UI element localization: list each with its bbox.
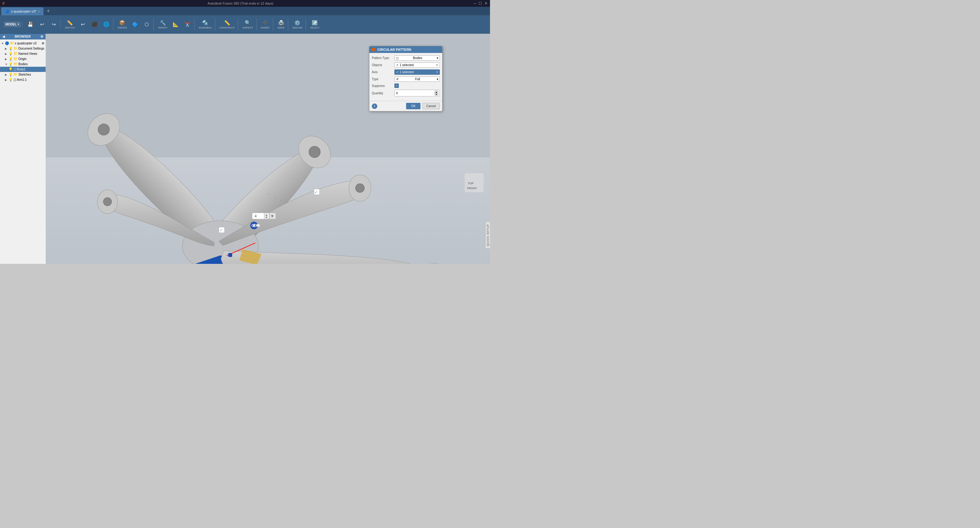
- tab-icon: 🔵: [5, 10, 9, 13]
- create-icon: 📦: [119, 20, 125, 26]
- sketch-create-button[interactable]: ✏️ SKETCH: [63, 19, 76, 30]
- viewport[interactable]: ✓ ✓ 4 ▲ ▼ ▼: [46, 34, 490, 264]
- insert-button[interactable]: ➕ INSERT: [259, 19, 272, 30]
- tree-origin[interactable]: ▶ 💡 📁 Origin: [0, 56, 46, 62]
- ok-button[interactable]: OK: [406, 103, 420, 109]
- quick-setup-label: QUICK SETUP: [486, 223, 489, 247]
- quantity-up-button[interactable]: ▲: [434, 90, 438, 93]
- close-button[interactable]: ✕: [485, 1, 488, 5]
- views-expand-icon[interactable]: ▶: [5, 52, 8, 55]
- toolbar-group-modify: 🔧 MODIFY 📐 ✂️: [155, 19, 194, 30]
- undo-button[interactable]: ↩: [37, 20, 48, 29]
- sketch-tool1[interactable]: ⬛: [89, 20, 100, 29]
- quantity-down-button[interactable]: ▼: [434, 93, 438, 95]
- assemble-icon: 🔩: [202, 20, 208, 26]
- tree-doc-settings[interactable]: ▶ 💡 📁 Document Settings: [0, 46, 46, 51]
- create-button[interactable]: 📦 CREATE: [116, 19, 129, 30]
- cancel-button[interactable]: Cancel: [422, 103, 440, 109]
- browser-settings-icon[interactable]: ⚙: [40, 35, 43, 38]
- modify-tool2[interactable]: ✂️: [182, 20, 193, 29]
- sketches-expand-icon[interactable]: ▶: [5, 73, 8, 76]
- modify-icon: 🔧: [160, 20, 166, 26]
- modify-button[interactable]: 🔧 MODIFY: [156, 19, 169, 30]
- tab-bar: 🔵 x quadcopter v3* × +: [0, 7, 490, 15]
- tree-root[interactable]: ▼ 🔵 📁 x quadcopter v3 ⚙: [0, 41, 46, 46]
- axis-input[interactable]: ↗ 1 selected ✕: [395, 70, 440, 75]
- circular-pattern-dialog: CIRCULAR PATTERN Pattern Type ◻ Bodies ▾…: [369, 46, 442, 111]
- pattern-type-value: Bodies: [413, 56, 422, 60]
- objects-clear-button[interactable]: ✕: [436, 63, 438, 67]
- construct-label: CONSTRUCT: [220, 26, 235, 29]
- body1-light-icon: 💡: [9, 67, 13, 71]
- create-tool1[interactable]: 🔷: [130, 20, 140, 29]
- save-button[interactable]: 💾: [25, 20, 36, 29]
- sketch-tool2[interactable]: 🌐: [101, 20, 112, 29]
- suppress-checkbox[interactable]: ✓: [395, 84, 399, 88]
- tree-bodies[interactable]: ▼ 💡 📁 Bodies: [0, 62, 46, 67]
- doc-expand-icon[interactable]: ▶: [5, 47, 8, 50]
- create-tool2[interactable]: ⬡: [141, 20, 152, 29]
- add-tab-button[interactable]: +: [44, 8, 52, 14]
- toolbar-group-insert: ➕ INSERT: [258, 19, 273, 30]
- suppress-row: Suppress ✓: [372, 84, 440, 88]
- tree-sketches[interactable]: ▶ 💡 📁 Sketches: [0, 72, 46, 77]
- svg-text:✓: ✓: [257, 225, 259, 227]
- undo-icon: ↩: [40, 21, 44, 27]
- active-tab[interactable]: 🔵 x quadcopter v3* ×: [1, 7, 43, 15]
- redo-button[interactable]: ↪: [48, 20, 59, 29]
- make-button[interactable]: 🖨️ MAKE: [275, 19, 286, 30]
- bodies-expand-icon[interactable]: ▼: [5, 63, 8, 66]
- arm1-expand-icon[interactable]: ▶: [5, 78, 8, 81]
- pattern-type-select[interactable]: ◻ Bodies ▾: [395, 55, 440, 60]
- browser-collapse-icon[interactable]: ◀: [2, 35, 5, 38]
- root-settings-icon[interactable]: ⚙: [41, 42, 45, 45]
- tab-label: x quadcopter v3*: [11, 10, 37, 13]
- svg-point-35: [253, 225, 255, 227]
- svg-text:FRONT: FRONT: [467, 187, 477, 190]
- restore-button[interactable]: ☐: [479, 1, 482, 5]
- modify-tool1[interactable]: 📐: [170, 20, 181, 29]
- addins-button[interactable]: ⚙️ ADD-INS: [291, 19, 304, 30]
- named-views-label: Named Views: [18, 52, 45, 55]
- svg-text:↑: ↑: [280, 199, 282, 202]
- origin-light-icon: 💡: [9, 57, 13, 61]
- quantity-spinners: ▲ ▼: [434, 90, 438, 95]
- root-expand-icon[interactable]: ▼: [1, 42, 4, 45]
- insert-icon: ➕: [262, 20, 268, 26]
- quick-setup-panel[interactable]: QUICK SETUP: [485, 221, 490, 249]
- type-select[interactable]: ↺ Full ▾: [395, 76, 440, 82]
- construct-button[interactable]: 📏 CONSTRUCT: [218, 19, 237, 30]
- toolbar-group-inspect: 🔍 INSPECT: [240, 19, 257, 30]
- model-dropdown[interactable]: MODEL ▾: [4, 21, 21, 27]
- views-folder-icon: 📁: [13, 52, 18, 56]
- arm1-icon: ◻: [13, 78, 16, 82]
- type-row: Type ↺ Full ▾: [372, 76, 440, 82]
- main-layout: ◀ BROWSER ⚙ ▼ 🔵 📁 x quadcopter v3 ⚙ ▶ 💡 …: [0, 34, 490, 264]
- quantity-input[interactable]: 4 ▲ ▼: [395, 90, 440, 97]
- browser-tree: ▼ 🔵 📁 x quadcopter v3 ⚙ ▶ 💡 📁 Document S…: [0, 40, 46, 264]
- tree-body1[interactable]: 💡 ◻ Body1: [0, 67, 46, 72]
- tree-arm1[interactable]: ▶ 💡 ◻ Arm1:1: [0, 77, 46, 82]
- axis-value: 1 selected: [400, 70, 414, 74]
- info-button[interactable]: i: [372, 103, 377, 109]
- tool1-icon: ⬛: [92, 21, 98, 27]
- arm1-label: Arm1:1: [17, 78, 45, 81]
- bodies-folder-icon: 📁: [13, 62, 18, 66]
- select-button[interactable]: ↗️ SELECT: [309, 19, 321, 30]
- quantity-label: Quantity: [372, 92, 393, 95]
- model-label: MODEL: [5, 23, 16, 26]
- doc-settings-label: Document Settings: [18, 47, 45, 50]
- tab-close-button[interactable]: ×: [38, 10, 40, 13]
- dialog-close-icon[interactable]: [372, 48, 375, 51]
- inspect-button[interactable]: 🔍 INSPECT: [241, 19, 255, 30]
- sketch-finish-button[interactable]: ↩: [78, 20, 89, 29]
- minimize-button[interactable]: ─: [474, 1, 476, 5]
- objects-input[interactable]: ↗ 1 selected ✕: [395, 62, 440, 68]
- assemble-button[interactable]: 🔩 ASSEMBLE: [197, 19, 214, 30]
- tree-named-views[interactable]: ▶ 💡 📁 Named Views: [0, 51, 46, 56]
- origin-expand-icon[interactable]: ▶: [5, 57, 8, 60]
- axis-clear-button[interactable]: ✕: [436, 70, 438, 74]
- addins-icon: ⚙️: [294, 20, 301, 26]
- type-icon: ↺: [396, 78, 398, 81]
- svg-text:TOP: TOP: [468, 182, 474, 185]
